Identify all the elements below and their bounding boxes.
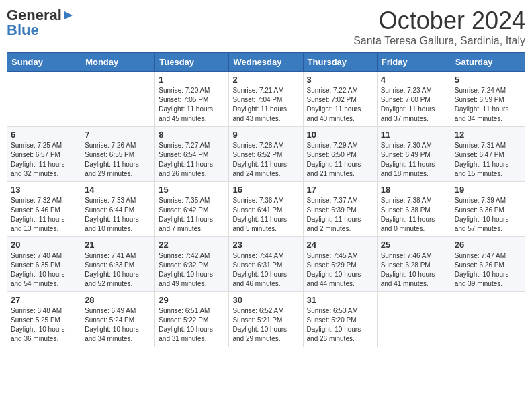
location-subtitle: Santa Teresa Gallura, Sardinia, Italy bbox=[353, 35, 525, 47]
calendar-cell: 29Sunrise: 6:51 AM Sunset: 5:22 PM Dayli… bbox=[155, 292, 229, 347]
day-number: 23 bbox=[232, 240, 299, 250]
calendar-cell: 6Sunrise: 7:25 AM Sunset: 6:57 PM Daylig… bbox=[7, 127, 81, 182]
day-info: Sunrise: 7:46 AM Sunset: 6:28 PM Dayligh… bbox=[381, 252, 435, 287]
day-info: Sunrise: 7:39 AM Sunset: 6:36 PM Dayligh… bbox=[455, 197, 509, 232]
day-number: 18 bbox=[381, 185, 447, 195]
calendar-cell: 20Sunrise: 7:40 AM Sunset: 6:35 PM Dayli… bbox=[7, 237, 81, 292]
logo: General Blue bbox=[7, 7, 74, 39]
day-number: 21 bbox=[85, 240, 151, 250]
day-info: Sunrise: 7:23 AM Sunset: 7:00 PM Dayligh… bbox=[381, 87, 435, 122]
calendar-cell: 12Sunrise: 7:31 AM Sunset: 6:47 PM Dayli… bbox=[451, 127, 525, 182]
calendar-cell: 27Sunrise: 6:48 AM Sunset: 5:25 PM Dayli… bbox=[7, 292, 81, 347]
calendar-cell: 25Sunrise: 7:46 AM Sunset: 6:28 PM Dayli… bbox=[377, 237, 451, 292]
day-number: 25 bbox=[381, 240, 447, 250]
day-info: Sunrise: 7:22 AM Sunset: 7:02 PM Dayligh… bbox=[307, 87, 361, 122]
calendar-cell: 21Sunrise: 7:41 AM Sunset: 6:33 PM Dayli… bbox=[81, 237, 155, 292]
day-number: 10 bbox=[307, 130, 373, 140]
day-number: 12 bbox=[455, 130, 521, 140]
calendar-cell bbox=[81, 72, 155, 127]
day-info: Sunrise: 7:25 AM Sunset: 6:57 PM Dayligh… bbox=[11, 142, 65, 177]
calendar-table: SundayMondayTuesdayWednesdayThursdayFrid… bbox=[7, 52, 525, 347]
day-number: 20 bbox=[11, 240, 77, 250]
day-number: 30 bbox=[232, 295, 299, 305]
day-number: 27 bbox=[11, 295, 77, 305]
logo-arrow-icon bbox=[63, 10, 74, 21]
day-info: Sunrise: 7:44 AM Sunset: 6:31 PM Dayligh… bbox=[232, 252, 287, 287]
day-info: Sunrise: 7:42 AM Sunset: 6:32 PM Dayligh… bbox=[159, 252, 213, 287]
calendar-cell: 26Sunrise: 7:47 AM Sunset: 6:26 PM Dayli… bbox=[451, 237, 525, 292]
calendar-cell: 14Sunrise: 7:33 AM Sunset: 6:44 PM Dayli… bbox=[81, 182, 155, 237]
day-info: Sunrise: 7:32 AM Sunset: 6:46 PM Dayligh… bbox=[11, 197, 65, 232]
day-info: Sunrise: 7:21 AM Sunset: 7:04 PM Dayligh… bbox=[232, 87, 287, 122]
day-of-week-header: Monday bbox=[81, 53, 155, 72]
day-info: Sunrise: 7:20 AM Sunset: 7:05 PM Dayligh… bbox=[159, 87, 213, 122]
month-title: October 2024 bbox=[353, 7, 525, 35]
day-number: 4 bbox=[381, 75, 447, 85]
calendar-cell: 16Sunrise: 7:36 AM Sunset: 6:41 PM Dayli… bbox=[229, 182, 303, 237]
day-number: 17 bbox=[307, 185, 373, 195]
page-header: General Blue October 2024 Santa Teresa G… bbox=[7, 7, 525, 47]
calendar-cell: 18Sunrise: 7:38 AM Sunset: 6:38 PM Dayli… bbox=[377, 182, 451, 237]
calendar-cell: 13Sunrise: 7:32 AM Sunset: 6:46 PM Dayli… bbox=[7, 182, 81, 237]
day-info: Sunrise: 7:29 AM Sunset: 6:50 PM Dayligh… bbox=[307, 142, 361, 177]
day-number: 3 bbox=[307, 75, 373, 85]
calendar-cell: 2Sunrise: 7:21 AM Sunset: 7:04 PM Daylig… bbox=[229, 72, 303, 127]
day-info: Sunrise: 7:36 AM Sunset: 6:41 PM Dayligh… bbox=[232, 197, 287, 232]
day-of-week-header: Thursday bbox=[303, 53, 377, 72]
day-info: Sunrise: 7:41 AM Sunset: 6:33 PM Dayligh… bbox=[85, 252, 139, 287]
calendar-cell: 3Sunrise: 7:22 AM Sunset: 7:02 PM Daylig… bbox=[303, 72, 377, 127]
calendar-cell: 24Sunrise: 7:45 AM Sunset: 6:29 PM Dayli… bbox=[303, 237, 377, 292]
day-of-week-header: Saturday bbox=[451, 53, 525, 72]
day-number: 19 bbox=[455, 185, 521, 195]
calendar-cell: 4Sunrise: 7:23 AM Sunset: 7:00 PM Daylig… bbox=[377, 72, 451, 127]
day-info: Sunrise: 7:27 AM Sunset: 6:54 PM Dayligh… bbox=[159, 142, 213, 177]
calendar-cell: 22Sunrise: 7:42 AM Sunset: 6:32 PM Dayli… bbox=[155, 237, 229, 292]
day-info: Sunrise: 7:33 AM Sunset: 6:44 PM Dayligh… bbox=[85, 197, 139, 232]
calendar-cell bbox=[451, 292, 525, 347]
calendar-cell: 5Sunrise: 7:24 AM Sunset: 6:59 PM Daylig… bbox=[451, 72, 525, 127]
day-info: Sunrise: 7:47 AM Sunset: 6:26 PM Dayligh… bbox=[455, 252, 509, 287]
day-number: 7 bbox=[85, 130, 151, 140]
day-number: 1 bbox=[159, 75, 225, 85]
day-info: Sunrise: 7:24 AM Sunset: 6:59 PM Dayligh… bbox=[455, 87, 509, 122]
day-number: 22 bbox=[159, 240, 225, 250]
day-info: Sunrise: 6:51 AM Sunset: 5:22 PM Dayligh… bbox=[159, 307, 213, 342]
calendar-cell: 8Sunrise: 7:27 AM Sunset: 6:54 PM Daylig… bbox=[155, 127, 229, 182]
calendar-cell: 19Sunrise: 7:39 AM Sunset: 6:36 PM Dayli… bbox=[451, 182, 525, 237]
day-number: 5 bbox=[455, 75, 521, 85]
calendar-cell: 15Sunrise: 7:35 AM Sunset: 6:42 PM Dayli… bbox=[155, 182, 229, 237]
svg-marker-0 bbox=[64, 11, 73, 19]
calendar-cell bbox=[377, 292, 451, 347]
day-number: 28 bbox=[85, 295, 151, 305]
calendar-cell: 28Sunrise: 6:49 AM Sunset: 5:24 PM Dayli… bbox=[81, 292, 155, 347]
day-of-week-header: Tuesday bbox=[155, 53, 229, 72]
day-number: 16 bbox=[232, 185, 299, 195]
day-info: Sunrise: 7:30 AM Sunset: 6:49 PM Dayligh… bbox=[381, 142, 435, 177]
title-section: October 2024 Santa Teresa Gallura, Sardi… bbox=[353, 7, 525, 47]
logo-blue-text: Blue bbox=[7, 21, 39, 39]
day-info: Sunrise: 7:35 AM Sunset: 6:42 PM Dayligh… bbox=[159, 197, 213, 232]
day-info: Sunrise: 6:52 AM Sunset: 5:21 PM Dayligh… bbox=[232, 307, 287, 342]
day-info: Sunrise: 7:31 AM Sunset: 6:47 PM Dayligh… bbox=[455, 142, 509, 177]
day-info: Sunrise: 7:28 AM Sunset: 6:52 PM Dayligh… bbox=[232, 142, 287, 177]
day-info: Sunrise: 6:48 AM Sunset: 5:25 PM Dayligh… bbox=[11, 307, 65, 342]
day-number: 24 bbox=[307, 240, 373, 250]
day-of-week-header: Wednesday bbox=[229, 53, 303, 72]
day-number: 29 bbox=[159, 295, 225, 305]
day-number: 15 bbox=[159, 185, 225, 195]
day-number: 11 bbox=[381, 130, 447, 140]
calendar-cell: 10Sunrise: 7:29 AM Sunset: 6:50 PM Dayli… bbox=[303, 127, 377, 182]
day-number: 31 bbox=[307, 295, 373, 305]
calendar-cell: 17Sunrise: 7:37 AM Sunset: 6:39 PM Dayli… bbox=[303, 182, 377, 237]
day-of-week-header: Sunday bbox=[7, 53, 81, 72]
calendar-cell: 31Sunrise: 6:53 AM Sunset: 5:20 PM Dayli… bbox=[303, 292, 377, 347]
day-info: Sunrise: 7:45 AM Sunset: 6:29 PM Dayligh… bbox=[307, 252, 361, 287]
calendar-cell: 9Sunrise: 7:28 AM Sunset: 6:52 PM Daylig… bbox=[229, 127, 303, 182]
day-info: Sunrise: 7:37 AM Sunset: 6:39 PM Dayligh… bbox=[307, 197, 361, 232]
calendar-cell: 7Sunrise: 7:26 AM Sunset: 6:55 PM Daylig… bbox=[81, 127, 155, 182]
day-number: 14 bbox=[85, 185, 151, 195]
day-number: 26 bbox=[455, 240, 521, 250]
day-number: 13 bbox=[11, 185, 77, 195]
day-info: Sunrise: 6:53 AM Sunset: 5:20 PM Dayligh… bbox=[307, 307, 361, 342]
day-of-week-header: Friday bbox=[377, 53, 451, 72]
